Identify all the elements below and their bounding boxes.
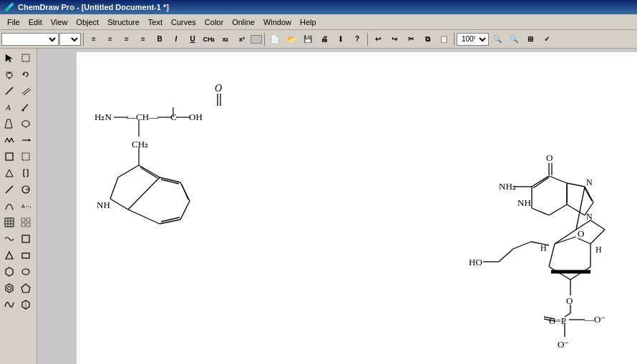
square-tool[interactable]	[18, 231, 34, 247]
menu-edit[interactable]: Edit	[24, 16, 47, 28]
undo-btn[interactable]: ↩	[370, 32, 386, 46]
justify-btn[interactable]: ≡	[135, 32, 151, 46]
menu-help[interactable]: Help	[296, 16, 321, 28]
fit-btn[interactable]: ⊞	[522, 32, 538, 46]
svg-text:—O⁻: —O⁻	[577, 310, 598, 320]
zoom-in-btn[interactable]: 🔍	[490, 32, 505, 46]
ellipse-tool[interactable]	[18, 264, 34, 280]
triangle-tool[interactable]	[1, 247, 17, 263]
wedge-tool[interactable]	[1, 165, 17, 181]
dotgrid-tool[interactable]	[18, 215, 34, 230]
svg-line-17	[9, 138, 11, 142]
new-btn[interactable]: 📄	[267, 32, 283, 46]
benzene-tool[interactable]	[1, 280, 17, 296]
rect-tool[interactable]	[1, 149, 17, 164]
svg-line-10	[5, 119, 7, 128]
main-area: NMR A	[0, 49, 637, 364]
circle-tool[interactable]	[18, 182, 34, 197]
main-toolbar: ≡ ≡ ≡ ≡ B I U CH₂ x₂ x² 📄 📂 💾 🖨 ℹ ? ↩ ↪ …	[0, 30, 637, 49]
align-left-btn[interactable]: ≡	[86, 32, 102, 46]
help-btn[interactable]: ?	[349, 32, 365, 46]
sup-btn[interactable]: x²	[234, 32, 250, 46]
svg-text:NH: NH	[309, 208, 323, 219]
menu-color[interactable]: Color	[200, 16, 228, 28]
copy-btn[interactable]: ⧉	[419, 32, 435, 46]
info-btn[interactable]: ℹ	[333, 32, 349, 46]
separator-3	[367, 33, 368, 46]
menu-online[interactable]: Online	[228, 16, 259, 28]
svg-text:O⁻: O⁻	[550, 337, 562, 348]
dot-rect-tool[interactable]	[18, 149, 34, 164]
menu-object[interactable]: Object	[72, 16, 103, 28]
svg-line-30	[6, 186, 13, 193]
zoom-select[interactable]: 100% 50% 75% 150% 200%	[457, 33, 489, 46]
rect2-tool[interactable]	[18, 247, 34, 263]
bold-btn[interactable]: B	[152, 32, 167, 46]
bond-diagonal-tool[interactable]	[1, 182, 17, 197]
svg-text:NH: NH	[569, 202, 582, 212]
bond-tool[interactable]	[1, 83, 17, 99]
menu-file[interactable]: File	[3, 16, 24, 28]
svg-rect-34	[5, 218, 14, 227]
svg-text:CH₂: CH₂	[347, 152, 364, 163]
double-bond-tool[interactable]	[18, 83, 34, 99]
hexring-tool[interactable]	[1, 264, 17, 280]
svg-marker-48	[6, 284, 13, 292]
font-select[interactable]	[1, 33, 59, 46]
sub2-btn[interactable]: x₂	[218, 32, 233, 46]
curve-tool[interactable]	[1, 198, 17, 214]
chain-tool[interactable]	[1, 132, 17, 148]
resize-tool[interactable]: A↔A	[18, 198, 34, 214]
sine-tool[interactable]	[1, 297, 17, 313]
lasso-tool[interactable]: NMR	[1, 67, 17, 82]
save-btn[interactable]: 💾	[300, 32, 316, 46]
canvas-area[interactable]: H₂N —CH— C O OH CH₂ NH	[37, 49, 637, 364]
size-select[interactable]	[59, 33, 81, 46]
italic-btn[interactable]: I	[168, 32, 184, 46]
text-tool[interactable]: A	[1, 99, 17, 115]
pen-tool[interactable]	[18, 99, 34, 115]
app-icon: 🧪	[4, 2, 15, 12]
wave-tool[interactable]	[1, 231, 17, 247]
menu-view[interactable]: View	[47, 16, 72, 28]
svg-text:N: N	[616, 222, 622, 232]
svg-text:C: C	[177, 121, 183, 132]
arrow-tool[interactable]	[18, 132, 34, 148]
open-btn[interactable]: 📂	[283, 32, 299, 46]
bracket-tool[interactable]	[18, 165, 34, 181]
select-tool[interactable]	[1, 50, 17, 66]
zoom-out-btn[interactable]: 🔍	[506, 32, 522, 46]
grid-tool[interactable]	[1, 215, 17, 230]
svg-text:O=P: O=P	[543, 312, 560, 323]
align-center-btn[interactable]: ≡	[102, 32, 118, 46]
color-box-btn[interactable]	[251, 35, 262, 44]
subscript-btn[interactable]: CH₂	[201, 32, 217, 46]
separator-4	[454, 33, 454, 46]
check-btn[interactable]: ✓	[539, 32, 555, 46]
cyclopentane-tool[interactable]	[18, 280, 34, 296]
svg-rect-22	[22, 153, 29, 160]
separator-2	[264, 33, 265, 46]
svg-line-16	[7, 138, 9, 142]
hexagon2-tool[interactable]	[18, 297, 34, 313]
paste-btn[interactable]: 📋	[436, 32, 452, 46]
rotate-tool[interactable]	[18, 67, 34, 82]
svg-marker-20	[29, 139, 31, 142]
menu-text[interactable]: Text	[144, 16, 167, 28]
svg-text:OH: OH	[200, 121, 214, 132]
menu-structure[interactable]: Structure	[103, 16, 144, 28]
menu-curves[interactable]: Curves	[167, 16, 200, 28]
select3-tool[interactable]	[18, 116, 34, 132]
align-right-btn[interactable]: ≡	[119, 32, 135, 46]
select2-tool[interactable]	[18, 50, 34, 66]
menu-window[interactable]: Window	[259, 16, 296, 28]
svg-text:O: O	[180, 101, 186, 112]
svg-point-49	[8, 287, 11, 290]
svg-text:H: H	[533, 245, 540, 255]
svg-text:NMR: NMR	[6, 71, 12, 74]
eraser-tool[interactable]	[1, 116, 17, 132]
redo-btn[interactable]: ↪	[386, 32, 402, 46]
underline-btn[interactable]: U	[185, 32, 200, 46]
cut-btn[interactable]: ✂	[403, 32, 419, 46]
print-btn[interactable]: 🖨	[316, 32, 332, 46]
